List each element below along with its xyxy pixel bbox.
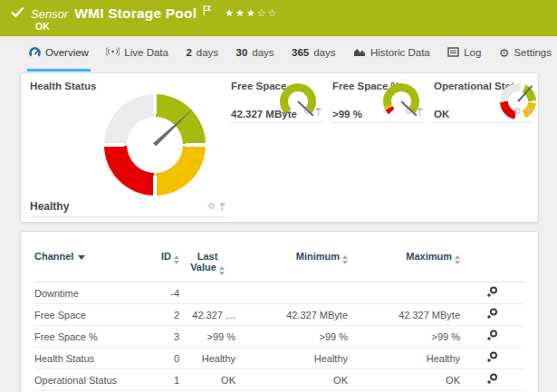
channel-id: -4 <box>150 288 179 299</box>
channel-id: 0 <box>150 353 179 364</box>
gear-icon[interactable]: ⚙ <box>514 107 522 116</box>
channel-settings-icon[interactable] <box>486 286 498 300</box>
chart-icon <box>353 47 366 59</box>
maximum-value: 42.327 MByte <box>348 310 460 320</box>
free-space-title: Free Space <box>231 81 286 91</box>
gauges-panel: Health Status Healthy ⚙ Free Space 42.32… <box>20 72 539 223</box>
channels-table: Channel ID LastValue Minimum Maximum Dow… <box>34 250 524 391</box>
channel-settings-icon[interactable] <box>486 308 498 321</box>
maximum-value: Healthy <box>348 353 460 364</box>
pin-icon[interactable] <box>417 103 423 120</box>
free-space-pct-tile[interactable]: Free Space % >99 % ⚙ <box>331 79 425 123</box>
health-gauge-value: Healthy <box>30 200 69 213</box>
column-header-minimum[interactable]: Minimum <box>235 251 348 264</box>
gauge-icon <box>29 46 41 59</box>
pin-icon[interactable] <box>219 198 226 215</box>
sort-caret-icon <box>78 255 85 260</box>
tab-overview[interactable]: Overview <box>27 36 91 72</box>
minimum-value: OK <box>235 375 348 386</box>
sensor-type-label: Sensor <box>31 7 68 21</box>
column-header-channel[interactable]: Channel <box>34 251 150 262</box>
channel-name: Downtime <box>34 288 150 299</box>
tab-settings[interactable]: ⚙ Settings <box>497 36 553 72</box>
sort-icon <box>455 255 460 264</box>
table-header-row: Channel ID LastValue Minimum Maximum <box>34 250 524 282</box>
table-row: Free Space % 3 >99 % >99 % >99 % <box>34 326 524 348</box>
live-signal-icon <box>106 46 120 59</box>
column-header-last-value[interactable]: LastValue <box>179 251 235 275</box>
pin-icon[interactable] <box>525 103 532 120</box>
channel-id: 1 <box>150 375 179 386</box>
page-title: WMI Storage Pool <box>74 5 197 22</box>
gear-icon: ⚙ <box>499 47 510 59</box>
minimum-value: 42.327 MByte <box>235 310 348 320</box>
channel-name: Health Status <box>34 353 150 364</box>
sort-icon <box>219 266 225 275</box>
minimum-value: Healthy <box>235 353 348 364</box>
priority-stars[interactable]: ★★★☆☆ <box>225 7 278 19</box>
tab-30-days[interactable]: 30 days <box>235 36 276 72</box>
operational-status-tile[interactable]: Operational Status OK ⚙ <box>432 79 533 123</box>
column-header-maximum[interactable]: Maximum <box>348 251 460 264</box>
tab-365-days[interactable]: 365 days <box>290 36 337 72</box>
status-badge: OK <box>35 21 50 32</box>
channel-settings-icon[interactable] <box>486 373 498 387</box>
tab-historic-data[interactable]: Historic Data <box>351 36 432 72</box>
maximum-value: >99 % <box>348 331 460 342</box>
channel-settings-icon[interactable] <box>486 351 498 365</box>
channel-id: 3 <box>150 331 179 342</box>
last-value: 42.327 … <box>179 310 235 320</box>
free-space-tile[interactable]: Free Space 42.327 MByte ⚙ <box>229 79 323 123</box>
gear-icon[interactable]: ⚙ <box>207 202 216 211</box>
column-header-id[interactable]: ID <box>150 251 179 264</box>
table-row: Free Space 2 42.327 … 42.327 MByte 42.32… <box>34 304 524 326</box>
table-row: Operational Status 1 OK OK OK <box>34 369 524 391</box>
log-icon <box>447 47 459 59</box>
last-value: >99 % <box>179 331 235 342</box>
minimum-value: >99 % <box>235 331 348 342</box>
check-icon <box>11 5 24 22</box>
health-status-tile[interactable]: Health Status Healthy ⚙ <box>28 79 226 217</box>
tab-live-data[interactable]: Live Data <box>104 36 170 72</box>
operational-status-value: OK <box>434 109 449 120</box>
channel-id: 2 <box>150 310 179 320</box>
channel-name: Free Space % <box>34 331 150 342</box>
table-row: Health Status 0 Healthy Healthy Healthy <box>34 348 524 369</box>
tab-log[interactable]: Log <box>446 36 483 72</box>
health-gauge-title: Health Status <box>30 81 97 91</box>
last-value: Healthy <box>179 353 235 364</box>
tab-2-days[interactable]: 2 days <box>184 36 220 72</box>
free-space-value: 42.327 MByte <box>231 109 297 120</box>
last-value: OK <box>179 375 235 386</box>
pin-icon[interactable] <box>315 103 322 120</box>
channel-name: Free Space <box>34 310 150 320</box>
table-row: Downtime -4 <box>34 282 524 304</box>
tab-bar: Overview Live Data 2 days 30 days 365 da… <box>0 36 557 72</box>
channel-name: Operational Status <box>34 375 150 386</box>
free-space-pct-value: >99 % <box>332 109 362 120</box>
channels-panel: Channel ID LastValue Minimum Maximum Dow… <box>20 231 539 392</box>
maximum-value: OK <box>348 375 460 386</box>
sensor-header: Sensor WMI Storage Pool ★★★☆☆ OK <box>0 0 557 36</box>
flag-icon[interactable] <box>203 3 211 19</box>
channel-settings-icon[interactable] <box>486 330 498 343</box>
